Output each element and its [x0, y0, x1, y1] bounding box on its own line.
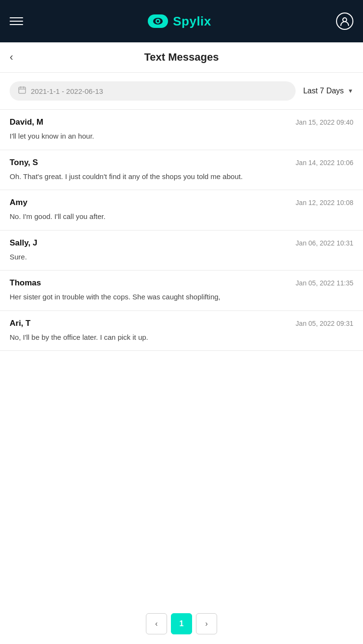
logo-text: Spylix [173, 14, 211, 29]
menu-icon[interactable] [10, 17, 23, 25]
message-time: Jan 15, 2022 09:40 [296, 118, 353, 126]
page-content: ‹ Text Messages 2021-1-1 - 2022-06-13 La… [0, 42, 363, 644]
message-preview: Sure. [10, 252, 353, 263]
message-header-row: Ari, T Jan 05, 2022 09:31 [10, 319, 353, 328]
message-list: David, M Jan 15, 2022 09:40 I'll let you… [0, 110, 363, 604]
message-contact: Tony, S [10, 158, 38, 167]
date-range-value: 2021-1-1 - 2022-06-13 [31, 87, 103, 95]
message-header-row: Thomas Jan 05, 2022 11:35 [10, 278, 353, 288]
message-header-row: David, M Jan 15, 2022 09:40 [10, 117, 353, 127]
date-range-input[interactable]: 2021-1-1 - 2022-06-13 [10, 81, 296, 101]
message-header-row: Amy Jan 12, 2022 10:08 [10, 198, 353, 207]
message-preview: I'll let you know in an hour. [10, 131, 353, 142]
svg-point-3 [157, 20, 159, 23]
message-time: Jan 12, 2022 10:08 [296, 199, 353, 206]
page-header: ‹ Text Messages [0, 42, 363, 73]
message-preview: Her sister got in trouble with the cops.… [10, 292, 353, 303]
next-page-button[interactable]: › [196, 613, 217, 634]
message-contact: David, M [10, 117, 43, 127]
message-item[interactable]: Thomas Jan 05, 2022 11:35 Her sister got… [0, 270, 363, 311]
back-button[interactable]: ‹ [10, 51, 13, 64]
svg-point-4 [343, 18, 347, 22]
logo-eye-icon [148, 14, 168, 28]
message-item[interactable]: Ari, T Jan 05, 2022 09:31 No, I'll be by… [0, 311, 363, 351]
message-header-row: Sally, J Jan 06, 2022 10:31 [10, 238, 353, 248]
filter-bar: 2021-1-1 - 2022-06-13 Last 7 Days ▼ [0, 73, 363, 110]
message-header-row: Tony, S Jan 14, 2022 10:06 [10, 158, 353, 167]
pagination: ‹ 1 › [0, 604, 363, 644]
svg-rect-5 [19, 87, 26, 93]
message-time: Jan 05, 2022 09:31 [296, 320, 353, 327]
message-preview: No. I'm good. I'll call you after. [10, 211, 353, 222]
current-page-button[interactable]: 1 [171, 613, 192, 634]
chevron-down-icon: ▼ [348, 88, 353, 94]
message-time: Jan 05, 2022 11:35 [296, 279, 353, 287]
message-item[interactable]: Sally, J Jan 06, 2022 10:31 Sure. [0, 231, 363, 271]
app-logo: Spylix [148, 14, 211, 29]
message-contact: Amy [10, 198, 27, 207]
page-title: Text Messages [144, 51, 219, 64]
message-time: Jan 06, 2022 10:31 [296, 239, 353, 247]
message-contact: Sally, J [10, 238, 37, 248]
message-preview: Oh. That's great. I just couldn't find i… [10, 171, 353, 182]
message-item[interactable]: Amy Jan 12, 2022 10:08 No. I'm good. I'l… [0, 190, 363, 231]
message-item[interactable]: David, M Jan 15, 2022 09:40 I'll let you… [0, 110, 363, 150]
days-filter-label: Last 7 Days [303, 87, 344, 95]
app-header: Spylix [0, 0, 363, 42]
days-filter-dropdown[interactable]: Last 7 Days ▼ [303, 87, 353, 95]
message-contact: Thomas [10, 278, 41, 288]
calendar-icon [18, 86, 26, 96]
message-contact: Ari, T [10, 319, 30, 328]
user-icon[interactable] [336, 13, 353, 30]
prev-page-button[interactable]: ‹ [146, 613, 167, 634]
message-preview: No, I'll be by the office later. I can p… [10, 332, 353, 343]
message-time: Jan 14, 2022 10:06 [296, 159, 353, 167]
message-item[interactable]: Tony, S Jan 14, 2022 10:06 Oh. That's gr… [0, 150, 363, 191]
